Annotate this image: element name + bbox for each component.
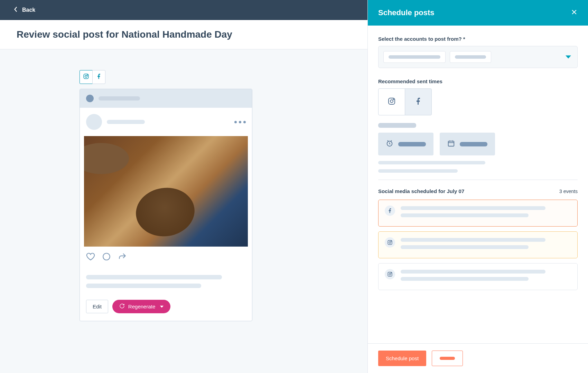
- caret-down-icon: [566, 56, 571, 59]
- divider: [378, 180, 578, 180]
- post-social-actions: [80, 247, 252, 265]
- post-user-row: [80, 108, 252, 136]
- recommended-times-label: Recommended sent times: [378, 78, 578, 84]
- time-option[interactable]: [378, 133, 433, 155]
- post-card-header: [80, 89, 252, 108]
- scheduled-heading: Social media scheduled for July 07: [378, 188, 464, 194]
- account-avatar-placeholder: [86, 95, 94, 102]
- account-chip-1[interactable]: [383, 51, 446, 63]
- tab-facebook[interactable]: [92, 70, 105, 84]
- platform-toggle: [378, 88, 578, 115]
- share-icon[interactable]: [118, 252, 127, 262]
- calendar-icon: [447, 140, 455, 149]
- svg-point-6: [393, 99, 394, 100]
- refresh-icon: [119, 303, 125, 310]
- date-option[interactable]: [440, 133, 495, 155]
- chevron-left-icon: [14, 6, 18, 14]
- schedule-panel: Schedule posts Select the accounts to po…: [367, 0, 588, 373]
- post-image: [84, 136, 248, 247]
- schedule-post-button[interactable]: Schedule post: [378, 351, 426, 366]
- panel-header: Schedule posts: [368, 0, 588, 26]
- caret-down-icon: [160, 306, 164, 308]
- select-accounts-label: Select the accounts to post from? *: [378, 36, 578, 42]
- user-avatar: [86, 114, 102, 130]
- scheduled-heading-row: Social media scheduled for July 07 3 eve…: [378, 188, 578, 194]
- scheduled-event-instagram-1[interactable]: [378, 231, 578, 258]
- post-preview-column: Edit Regenerate: [80, 70, 252, 321]
- svg-point-13: [389, 273, 391, 275]
- svg-point-5: [390, 100, 393, 103]
- svg-point-11: [391, 241, 391, 241]
- regenerate-label: Regenerate: [128, 304, 155, 309]
- account-chip-2[interactable]: [450, 51, 491, 63]
- toggle-facebook[interactable]: [405, 88, 432, 115]
- back-label: Back: [22, 7, 35, 13]
- post-card: Edit Regenerate: [80, 89, 252, 321]
- post-footer-actions: Edit Regenerate: [80, 300, 252, 321]
- svg-point-10: [389, 241, 391, 243]
- svg-point-14: [391, 273, 391, 273]
- toggle-instagram[interactable]: [378, 88, 405, 115]
- tab-instagram[interactable]: [80, 70, 93, 84]
- edit-button[interactable]: Edit: [86, 300, 108, 313]
- post-more-menu[interactable]: [234, 121, 246, 123]
- svg-point-1: [85, 75, 87, 77]
- svg-point-3: [103, 253, 110, 260]
- back-button[interactable]: Back: [14, 6, 35, 14]
- close-icon[interactable]: [571, 9, 578, 17]
- account-name-placeholder: [99, 96, 140, 101]
- panel-footer: Schedule post: [368, 343, 588, 373]
- panel-body: Select the accounts to post from? * Reco…: [368, 26, 588, 343]
- facebook-icon: [96, 73, 102, 81]
- facebook-icon: [414, 97, 422, 107]
- user-name-placeholder: [107, 120, 145, 124]
- placeholder-line: [378, 169, 458, 173]
- time-options: [378, 133, 578, 155]
- post-caption-placeholder: [80, 265, 252, 300]
- clock-icon: [386, 140, 393, 149]
- instagram-icon: [388, 97, 396, 107]
- facebook-icon: [385, 205, 395, 216]
- scheduled-event-facebook[interactable]: [378, 200, 578, 227]
- regenerate-button[interactable]: Regenerate: [112, 300, 170, 313]
- secondary-button[interactable]: [432, 351, 463, 366]
- comment-icon[interactable]: [102, 252, 111, 262]
- platform-tabs: [80, 70, 252, 84]
- svg-rect-8: [448, 141, 454, 146]
- svg-point-2: [87, 75, 88, 75]
- scheduled-event-instagram-2[interactable]: [378, 263, 578, 290]
- heart-icon[interactable]: [86, 252, 95, 262]
- placeholder-line: [378, 161, 485, 164]
- panel-title: Schedule posts: [378, 8, 435, 17]
- accounts-dropdown[interactable]: [378, 46, 578, 68]
- instagram-icon: [385, 237, 395, 248]
- instagram-icon: [385, 269, 395, 279]
- events-count: 3 events: [559, 189, 578, 194]
- placeholder-line: [378, 123, 416, 128]
- instagram-icon: [83, 73, 89, 81]
